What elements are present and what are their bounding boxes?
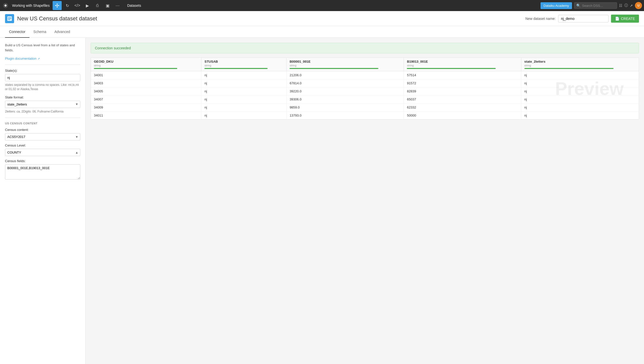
col-header-b19013: B19013_001E string <box>404 58 521 71</box>
avatar[interactable]: U <box>635 2 642 9</box>
col-bar-stusab <box>204 68 268 69</box>
states-label: State(s): <box>5 69 80 72</box>
state-format-label: State format: <box>5 95 80 99</box>
search-icon: 🔍 <box>576 4 581 8</box>
grid-icon[interactable]: ☷ <box>619 4 622 8</box>
search-input[interactable] <box>582 4 615 8</box>
state-format-select-wrap: state_2letters state_2digits state_fulln… <box>5 101 80 108</box>
content-area: Build a US Census level from a list of s… <box>0 38 644 364</box>
page-header: New US Census dataset dataset New datase… <box>0 11 644 26</box>
print-icon[interactable]: ⎙ <box>93 1 102 10</box>
table-cell: 57514 <box>404 71 521 79</box>
table-cell: nj <box>201 71 287 79</box>
table-cell: 34007 <box>91 95 201 103</box>
us-census-section-header: US CENSUS CONTENT <box>5 122 80 125</box>
project-title: Working with Shapefiles <box>12 4 50 8</box>
app-logo[interactable] <box>2 2 9 9</box>
table-cell: nj <box>521 79 639 87</box>
table-cell: nj <box>521 95 639 103</box>
states-hint: states separated by a comma no spaces. L… <box>5 83 80 91</box>
flow-icon[interactable] <box>53 1 62 10</box>
table-row: 34011nj13793.050000nj <box>91 112 639 120</box>
help-icon[interactable]: ⓘ <box>624 3 628 8</box>
table-header-row: GEOID_DKU string STUSAB string B00001_00… <box>91 58 639 71</box>
table-cell: nj <box>521 71 639 79</box>
state-format-select[interactable]: state_2letters state_2digits state_fulln… <box>5 101 80 108</box>
divider-1 <box>5 64 80 65</box>
table-row: 34005nj39220.082839nj <box>91 87 639 95</box>
table-body: 34001nj21206.057514nj34003nj67814.091572… <box>91 71 639 120</box>
preview-table-wrap: Preview GEOID_DKU string STUSAB string <box>91 57 639 120</box>
table-cell: 21206.0 <box>287 71 404 79</box>
table-cell: nj <box>521 112 639 120</box>
stats-icon[interactable]: ➚ <box>630 4 633 8</box>
dataset-icon <box>5 14 14 23</box>
table-cell: 62332 <box>404 103 521 112</box>
svg-rect-9 <box>8 17 11 18</box>
table-cell: 34001 <box>91 71 201 79</box>
state-format-hint: 2letters: ca, 2Digits: 06, Fullname:Cali… <box>5 110 80 114</box>
tab-schema[interactable]: Schema <box>29 26 50 38</box>
lab-icon[interactable]: ▣ <box>103 1 112 10</box>
create-button[interactable]: 📄 CREATE <box>611 15 639 23</box>
tab-connector[interactable]: Connector <box>5 26 29 38</box>
table-row: 34003nj67814.091572nj <box>91 79 639 87</box>
external-link-icon: ↗ <box>38 57 40 60</box>
dataset-name-area: New dataset name: 📄 CREATE <box>525 15 639 23</box>
table-cell: 9859.0 <box>287 103 404 112</box>
svg-rect-10 <box>8 18 11 19</box>
census-content-select[interactable]: ACS5Y2017 ACS5Y2016 ACS5Y2015 <box>5 133 80 140</box>
col-bar-state2letters <box>524 68 614 69</box>
table-row: 34009nj9859.062332nj <box>91 103 639 112</box>
run-icon[interactable]: ▶ <box>83 1 92 10</box>
table-cell: nj <box>201 103 287 112</box>
census-level-select[interactable]: COUNTY STATE TRACT BLOCK GROUP <box>5 149 80 156</box>
refresh-icon[interactable]: ↻ <box>63 1 72 10</box>
right-panel: Connection succeeded Preview GEOID_DKU s… <box>86 38 644 364</box>
census-fields-label: Census fields: <box>5 159 80 163</box>
create-icon: 📄 <box>615 17 619 21</box>
dataset-name-label: New dataset name: <box>525 17 556 21</box>
more-icon[interactable]: ⋯ <box>113 1 122 10</box>
census-level-label: Census Level: <box>5 143 80 147</box>
table-cell: nj <box>201 95 287 103</box>
table-cell: nj <box>521 87 639 95</box>
tab-advanced[interactable]: Advanced <box>50 26 74 38</box>
table-cell: 82839 <box>404 87 521 95</box>
col-header-stusab: STUSAB string <box>201 58 287 71</box>
svg-point-3 <box>57 4 58 5</box>
tabs: Connector Schema Advanced <box>0 26 644 38</box>
table-cell: 39220.0 <box>287 87 404 95</box>
table-cell: 34003 <box>91 79 201 87</box>
datasets-nav[interactable]: Datasets <box>124 2 144 9</box>
table-cell: nj <box>201 112 287 120</box>
plugin-doc-link[interactable]: Plugin documentation ↗ <box>5 57 40 60</box>
states-input[interactable] <box>5 74 80 81</box>
topbar: Working with Shapefiles ↻ </> ▶ ⎙ ▣ ⋯ Da… <box>0 0 644 11</box>
svg-point-5 <box>57 7 58 8</box>
table-cell: nj <box>201 87 287 95</box>
col-bar-b00001 <box>290 68 378 69</box>
svg-rect-11 <box>8 19 10 20</box>
panel-description: Build a US Census level from a list of s… <box>5 43 80 53</box>
academy-button[interactable]: Dataiku Academy <box>541 2 572 9</box>
search-box: 🔍 <box>574 2 617 9</box>
census-fields-textarea[interactable]: B00001_001E,B19013_001E <box>5 164 80 179</box>
success-banner: Connection succeeded <box>91 43 639 53</box>
table-cell: nj <box>201 79 287 87</box>
table-cell: 65037 <box>404 95 521 103</box>
table-cell: 13793.0 <box>287 112 404 120</box>
col-header-state2letters: state_2letters string <box>521 58 639 71</box>
col-bar-geoid <box>94 68 177 69</box>
table-row: 34007nj39306.065037nj <box>91 95 639 103</box>
preview-table: GEOID_DKU string STUSAB string B00001_00… <box>91 58 639 119</box>
code-icon[interactable]: </> <box>73 1 82 10</box>
census-content-label: Census content: <box>5 128 80 132</box>
table-cell: 50000 <box>404 112 521 120</box>
svg-point-1 <box>5 5 6 6</box>
topbar-right: Dataiku Academy 🔍 ☷ ⓘ ➚ U <box>541 2 642 9</box>
col-header-geoid: GEOID_DKU string <box>91 58 201 71</box>
svg-point-2 <box>55 5 56 6</box>
table-row: 34001nj21206.057514nj <box>91 71 639 79</box>
dataset-name-input[interactable] <box>558 15 609 22</box>
